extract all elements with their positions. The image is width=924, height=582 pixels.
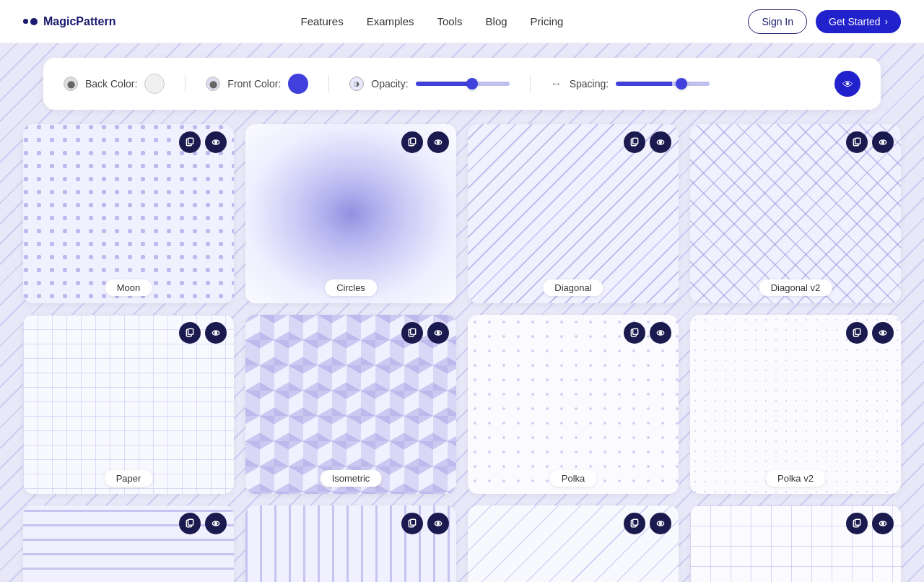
pattern-label-diagonal-v2: Diagonal v2 [759, 279, 832, 296]
front-color-group: ⬤ Front Color: [206, 74, 308, 94]
front-color-icon: ⬤ [206, 77, 220, 91]
svg-rect-33 [855, 520, 860, 526]
svg-rect-27 [411, 520, 416, 526]
svg-rect-6 [633, 138, 638, 144]
card-actions-polka-v2 [846, 322, 894, 344]
pattern-label-diagonal: Diagonal [543, 279, 603, 296]
svg-point-26 [215, 523, 217, 525]
nav-tools[interactable]: Tools [437, 15, 463, 27]
nav-actions: Sign In Get Started › [748, 9, 901, 34]
svg-rect-21 [855, 329, 860, 334]
back-color-group: ⬤ Back Color: [64, 74, 165, 94]
copy-btn-diagonal[interactable] [624, 131, 645, 153]
spacing-icon: ↔ [551, 77, 562, 90]
copy-btn-diagonal-v3[interactable] [624, 513, 645, 534]
copy-btn-paper[interactable] [179, 322, 201, 344]
eye-btn-lines-v2[interactable] [427, 513, 449, 534]
eye-btn-boxes[interactable] [872, 513, 894, 534]
card-actions-boxes [846, 513, 894, 534]
pattern-card-polka-v2: Polka v2 [690, 315, 901, 494]
opacity-icon: ◑ [349, 77, 364, 91]
getstarted-button[interactable]: Get Started › [816, 10, 901, 33]
pattern-grid: MoonCirclesDiagonalDiagonal v2PaperIsome… [23, 124, 901, 582]
spacing-group: ↔ Spacing: [551, 77, 710, 90]
pattern-card-diagonal: Diagonal [468, 124, 679, 303]
card-actions-polka [624, 322, 671, 344]
svg-rect-18 [633, 329, 638, 334]
opacity-slider[interactable] [416, 82, 510, 86]
front-color-label: Front Color: [227, 78, 281, 90]
copy-btn-polka-v2[interactable] [846, 322, 868, 344]
eye-icon: 👁 [842, 78, 853, 90]
pattern-card-lines-v2: Lines v2 [245, 505, 456, 582]
eye-btn-isometric[interactable] [427, 322, 449, 344]
eye-btn-polka[interactable] [650, 322, 671, 344]
card-actions-isometric [401, 322, 449, 344]
card-actions-diagonal-v2 [846, 131, 894, 153]
card-actions-paper [179, 322, 227, 344]
signin-button[interactable]: Sign In [748, 9, 807, 34]
pattern-label-moon: Moon [105, 279, 152, 296]
svg-point-35 [882, 523, 884, 525]
eye-btn-lines[interactable] [205, 513, 227, 534]
copy-btn-diagonal-v2[interactable] [846, 131, 868, 153]
svg-rect-9 [855, 138, 860, 144]
svg-point-11 [882, 142, 884, 144]
opacity-group: ◑ Opacity: [349, 77, 509, 91]
card-actions-diagonal [624, 131, 671, 153]
eye-btn-polka-v2[interactable] [872, 322, 894, 344]
card-actions-diagonal-v3 [624, 513, 671, 534]
copy-btn-polka[interactable] [624, 322, 645, 344]
svg-point-14 [215, 332, 217, 334]
visibility-toggle[interactable]: 👁 [834, 71, 860, 97]
pattern-card-circles: Circles [245, 124, 456, 303]
svg-point-32 [660, 523, 662, 525]
eye-btn-diagonal-v3[interactable] [650, 513, 671, 534]
copy-btn-lines[interactable] [179, 513, 201, 534]
logo-text: MagicPattern [43, 15, 116, 28]
opacity-thumb[interactable] [466, 78, 478, 90]
svg-rect-30 [633, 520, 638, 526]
spacing-label: Spacing: [570, 78, 609, 90]
spacing-slider[interactable] [616, 82, 710, 86]
card-actions-circles [401, 131, 449, 153]
back-color-swatch[interactable] [144, 74, 165, 94]
divider-3 [530, 75, 531, 92]
pattern-label-polka: Polka [550, 470, 597, 487]
svg-point-29 [437, 523, 440, 525]
copy-btn-moon[interactable] [179, 131, 201, 153]
card-actions-lines [179, 513, 227, 534]
eye-btn-diagonal-v2[interactable] [872, 131, 894, 153]
pattern-card-diagonal-v2: Diagonal v2 [690, 124, 901, 303]
svg-point-23 [882, 332, 884, 334]
svg-point-17 [437, 332, 440, 334]
copy-btn-isometric[interactable] [401, 322, 423, 344]
svg-point-5 [437, 142, 440, 144]
arrow-icon: › [885, 16, 888, 27]
eye-btn-moon[interactable] [205, 131, 227, 153]
nav-examples[interactable]: Examples [367, 15, 414, 27]
eye-btn-paper[interactable] [205, 322, 227, 344]
nav-blog[interactable]: Blog [486, 15, 507, 27]
pattern-card-diagonal-v3: Diagonal v3 [468, 505, 679, 582]
back-color-icon: ⬤ [64, 77, 78, 91]
spacing-thumb[interactable] [676, 78, 687, 90]
logo-dot-1 [23, 19, 28, 24]
eye-btn-diagonal[interactable] [650, 131, 671, 153]
svg-rect-24 [188, 520, 193, 526]
navbar: MagicPattern Features Examples Tools Blo… [0, 0, 924, 43]
eye-btn-circles[interactable] [427, 131, 449, 153]
copy-btn-lines-v2[interactable] [401, 513, 423, 534]
getstarted-label: Get Started [829, 16, 881, 27]
front-color-swatch[interactable] [288, 74, 308, 94]
copy-btn-boxes[interactable] [846, 513, 868, 534]
svg-rect-15 [411, 329, 416, 334]
pattern-card-lines: Lines [23, 505, 234, 582]
nav-features[interactable]: Features [300, 15, 343, 27]
nav-pricing[interactable]: Pricing [531, 15, 564, 27]
opacity-label: Opacity: [371, 78, 408, 90]
copy-btn-circles[interactable] [401, 131, 423, 153]
nav-links: Features Examples Tools Blog Pricing [300, 15, 563, 27]
divider-1 [185, 75, 186, 92]
logo-icon [23, 18, 38, 25]
